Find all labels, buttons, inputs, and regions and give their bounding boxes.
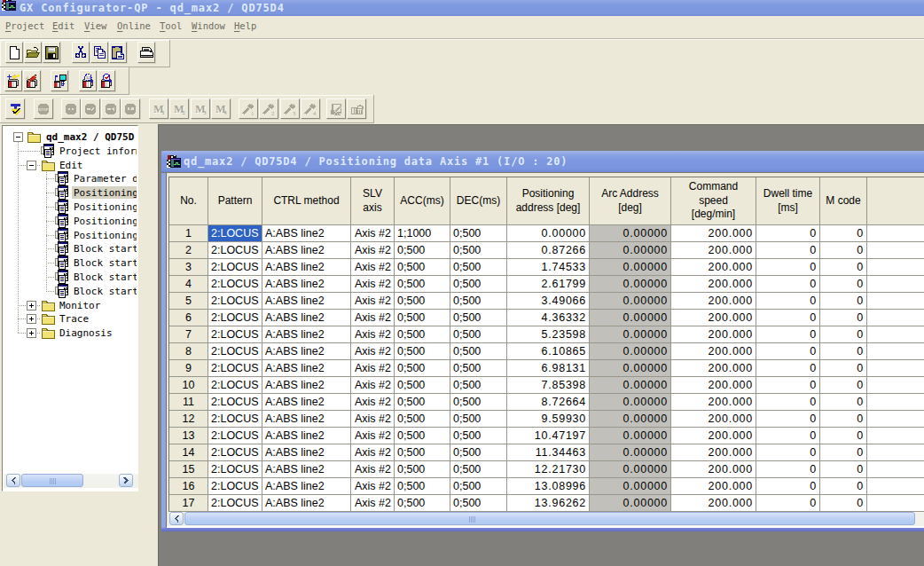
- cell[interactable]: 0: [756, 326, 820, 343]
- collapse-box[interactable]: [13, 132, 23, 142]
- cell[interactable]: 0.00000: [590, 461, 671, 478]
- new-document-button[interactable]: [5, 42, 23, 63]
- cell[interactable]: [867, 478, 924, 495]
- cell[interactable]: 17: [169, 495, 208, 512]
- cell[interactable]: 2:LOCUS: [208, 310, 262, 326]
- write-to-module-button[interactable]: [5, 98, 25, 119]
- cell[interactable]: [867, 377, 924, 394]
- cell[interactable]: 2:LOCUS: [208, 377, 262, 394]
- cell[interactable]: [867, 242, 924, 259]
- cell[interactable]: 0.00000: [590, 428, 671, 444]
- cell[interactable]: 0: [820, 293, 867, 310]
- expand-box[interactable]: [27, 314, 36, 324]
- cell[interactable]: 0;500: [450, 360, 507, 377]
- menu-help[interactable]: Help: [234, 20, 256, 31]
- cell[interactable]: Axis #2: [351, 225, 395, 242]
- cell[interactable]: [867, 225, 924, 242]
- cell[interactable]: 0: [820, 360, 867, 377]
- cell[interactable]: [867, 428, 924, 444]
- cell[interactable]: 0;500: [450, 310, 507, 326]
- cell[interactable]: 0;500: [450, 377, 507, 394]
- module-new-button[interactable]: [4, 70, 22, 91]
- m-code-2-button[interactable]: M M 2: [169, 98, 189, 119]
- cell[interactable]: 0.00000: [590, 495, 671, 512]
- cell[interactable]: [867, 394, 924, 411]
- cell[interactable]: 2:LOCUS: [208, 411, 262, 428]
- cell[interactable]: 0;500: [395, 276, 450, 293]
- cell[interactable]: A:ABS line2: [262, 293, 351, 310]
- cell[interactable]: 0.00000: [590, 411, 671, 428]
- octagon-op3-button[interactable]: [101, 98, 121, 119]
- cell[interactable]: Axis #2: [351, 461, 395, 478]
- menu-project[interactable]: Project: [5, 20, 44, 31]
- cell[interactable]: 0.00000: [507, 225, 590, 242]
- cell[interactable]: 0;500: [395, 394, 450, 411]
- tree-item-block-start[interactable]: Block start: [55, 284, 137, 298]
- table-horizontal-scrollbar[interactable]: [168, 512, 924, 526]
- cell[interactable]: A:ABS line2: [262, 259, 351, 276]
- cell[interactable]: 2:LOCUS: [208, 461, 262, 478]
- cell[interactable]: 0: [820, 276, 867, 293]
- cell[interactable]: 0: [756, 394, 820, 411]
- cell[interactable]: 2:LOCUS: [208, 259, 262, 276]
- m-code-4-button[interactable]: M M 4: [211, 98, 231, 119]
- cell[interactable]: 3.49066: [507, 293, 590, 310]
- cell[interactable]: A:ABS line2: [262, 276, 351, 293]
- cell[interactable]: 200.000: [671, 495, 756, 512]
- cell[interactable]: 200.000: [671, 276, 756, 293]
- cell[interactable]: 0: [820, 343, 867, 360]
- cell[interactable]: 1;1000: [395, 225, 450, 242]
- cell[interactable]: 0;500: [395, 495, 450, 512]
- cell[interactable]: [867, 360, 924, 377]
- cell[interactable]: 0.00000: [590, 343, 671, 360]
- cell[interactable]: 0;500: [450, 326, 507, 343]
- cell[interactable]: 7.85398: [507, 377, 590, 394]
- cell[interactable]: 0: [820, 394, 867, 411]
- cell[interactable]: 0;500: [395, 411, 450, 428]
- child-title-bar[interactable]: qd_max2 / QD75D4 / Positioning data Axis…: [161, 151, 924, 173]
- tree-item-monitor[interactable]: Monitor: [41, 298, 102, 312]
- menu-online[interactable]: Online: [117, 20, 151, 31]
- cell[interactable]: 0: [756, 360, 820, 377]
- cell[interactable]: Axis #2: [351, 411, 395, 428]
- cell[interactable]: [867, 326, 924, 343]
- cell[interactable]: [867, 495, 924, 512]
- cell[interactable]: 0: [820, 428, 867, 444]
- tree-item-trace[interactable]: Trace: [41, 311, 90, 326]
- tree-item-block-start[interactable]: Block start: [55, 241, 137, 255]
- cell[interactable]: 200.000: [671, 360, 756, 377]
- cell[interactable]: [867, 411, 924, 428]
- m-code-3-button[interactable]: M M 3: [191, 98, 210, 119]
- tree-item-positioning[interactable]: Positioning: [55, 200, 137, 214]
- cell[interactable]: 2:LOCUS: [208, 293, 262, 310]
- tree-item-block-start[interactable]: Block start: [55, 270, 137, 284]
- cell[interactable]: 2:LOCUS: [208, 242, 262, 259]
- cell[interactable]: 200.000: [671, 411, 756, 428]
- cell[interactable]: 6: [169, 310, 208, 326]
- cell[interactable]: A:ABS line2: [262, 461, 351, 478]
- cell[interactable]: 0;500: [395, 444, 450, 461]
- cell[interactable]: 2:LOCUS: [208, 360, 262, 377]
- cell[interactable]: Axis #2: [351, 444, 395, 461]
- cell[interactable]: 0;500: [395, 461, 450, 478]
- cell[interactable]: Axis #2: [351, 293, 395, 310]
- cell[interactable]: 0: [756, 495, 820, 512]
- cell[interactable]: Axis #2: [351, 242, 395, 259]
- copy-button[interactable]: [90, 42, 108, 63]
- cell[interactable]: 4.36332: [507, 310, 590, 326]
- cell[interactable]: 0: [756, 259, 820, 276]
- cell[interactable]: Axis #2: [351, 495, 395, 512]
- cell[interactable]: [867, 310, 924, 326]
- cell[interactable]: 0;500: [450, 276, 507, 293]
- cell[interactable]: 0.00000: [590, 293, 671, 310]
- cell[interactable]: A:ABS line2: [262, 310, 351, 326]
- cell[interactable]: 200.000: [671, 293, 756, 310]
- cell[interactable]: 0: [756, 478, 820, 495]
- cell[interactable]: 0;500: [395, 242, 450, 259]
- cell[interactable]: 2:LOCUS: [208, 444, 262, 461]
- cell[interactable]: 12.21730: [507, 461, 590, 478]
- menu-tool[interactable]: Tool: [160, 20, 182, 31]
- cell[interactable]: 200.000: [671, 242, 756, 259]
- cell[interactable]: 2:LOCUS: [208, 326, 262, 343]
- octagon-op1-button[interactable]: [61, 98, 81, 119]
